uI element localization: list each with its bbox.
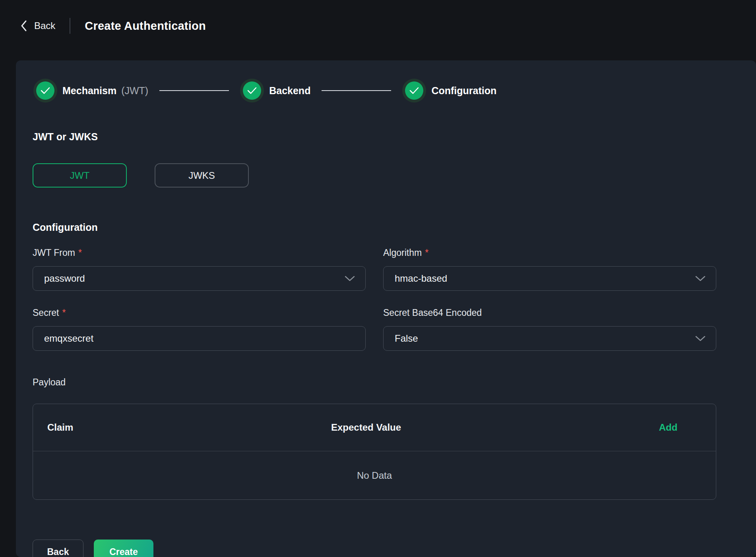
secret-input[interactable]: emqxsecret [33, 326, 366, 351]
stepper-connector [159, 90, 229, 91]
chevron-left-icon [20, 19, 28, 32]
secret-base64-label-text: Secret Base64 Encoded [383, 308, 482, 318]
step-done-icon [36, 81, 54, 100]
step-mechanism-label: Mechanism [62, 85, 116, 97]
back-nav-label[interactable]: Back [34, 20, 55, 31]
no-data-text: No Data [357, 470, 392, 481]
jwks-option-button[interactable]: JWKS [155, 163, 249, 188]
algorithm-select[interactable]: hmac-based [383, 266, 716, 291]
algorithm-label: Algorithm* [383, 248, 716, 258]
back-nav[interactable]: Back [20, 19, 55, 32]
step-configuration-label: Configuration [431, 85, 496, 97]
payload-label: Payload [33, 377, 716, 388]
algorithm-label-text: Algorithm [383, 248, 422, 258]
jwt-from-label-text: JWT From [33, 248, 75, 258]
chevron-down-icon [694, 275, 706, 282]
step-mechanism-suffix: (JWT) [121, 85, 148, 97]
jwt-from-select[interactable]: password [33, 266, 366, 291]
step-done-icon [243, 81, 261, 100]
back-button[interactable]: Back [33, 540, 83, 557]
header-divider [70, 18, 70, 34]
payload-table-empty-row: No Data [33, 451, 716, 499]
payload-table: Claim Expected Value Add No Data [33, 404, 716, 500]
step-backend-label: Backend [269, 85, 310, 97]
chevron-down-icon [344, 275, 356, 282]
stepper-connector [322, 90, 391, 91]
jwt-from-field: JWT From* password [33, 248, 366, 291]
claim-column-header: Claim [33, 422, 331, 433]
step-mechanism: Mechanism (JWT) [33, 79, 148, 103]
secret-field: Secret* emqxsecret [33, 308, 366, 351]
jwt-from-value: password [44, 273, 85, 284]
algorithm-field: Algorithm* hmac-based [383, 248, 716, 291]
expected-value-column-header: Expected Value [331, 422, 620, 433]
required-asterisk: * [78, 248, 82, 258]
step-backend: Backend [240, 79, 310, 103]
jwt-option-button[interactable]: JWT [33, 163, 127, 188]
add-claim-button[interactable]: Add [659, 422, 678, 433]
secret-base64-value: False [395, 333, 418, 344]
chevron-down-icon [694, 335, 706, 342]
create-button[interactable]: Create [94, 540, 153, 557]
required-asterisk: * [425, 248, 428, 258]
jwt-or-jwks-heading: JWT or JWKS [33, 131, 716, 143]
secret-base64-label: Secret Base64 Encoded [383, 308, 716, 318]
page-title: Create Authentication [85, 19, 205, 33]
add-column: Add [620, 422, 716, 433]
step-configuration: Configuration [402, 79, 496, 103]
page-header: Back Create Authentication [0, 0, 756, 52]
mechanism-button-group: JWT JWKS [33, 163, 716, 188]
step-done-icon [405, 81, 423, 100]
stepper: Mechanism (JWT) Backend Configuration [33, 79, 716, 103]
configuration-heading: Configuration [33, 222, 716, 233]
footer-actions: Back Create [33, 540, 716, 557]
required-asterisk: * [62, 308, 66, 318]
payload-table-header: Claim Expected Value Add [33, 404, 716, 451]
secret-value: emqxsecret [44, 333, 93, 344]
create-auth-card: Mechanism (JWT) Backend Configuration JW… [16, 60, 756, 557]
algorithm-value: hmac-based [395, 273, 447, 284]
jwt-from-label: JWT From* [33, 248, 366, 258]
secret-base64-select[interactable]: False [383, 326, 716, 351]
secret-label: Secret* [33, 308, 366, 318]
configuration-form: JWT From* password Algorithm* hmac-based [33, 248, 716, 367]
secret-label-text: Secret [33, 308, 59, 318]
secret-base64-field: Secret Base64 Encoded False [383, 308, 716, 351]
